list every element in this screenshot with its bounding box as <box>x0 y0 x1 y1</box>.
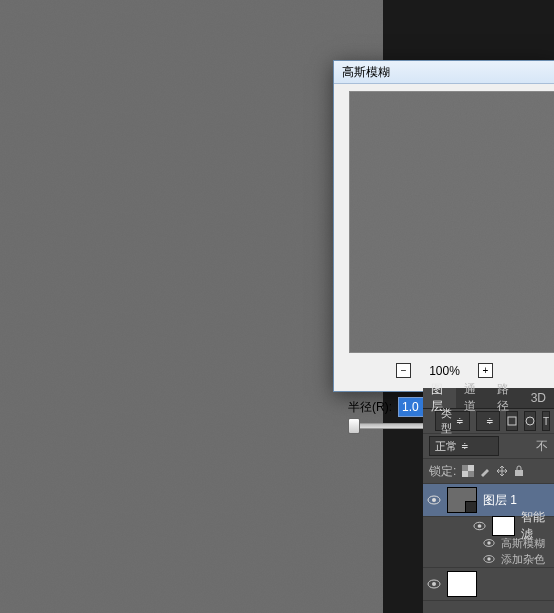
svg-point-16 <box>487 541 490 544</box>
lock-all-icon[interactable] <box>513 465 525 477</box>
smart-filters-label[interactable]: 智能滤 <box>423 517 554 535</box>
layer-name: 图层 1 <box>483 492 517 509</box>
tab-channels[interactable]: 通道 <box>456 388 489 408</box>
filter-mask-thumbnail[interactable] <box>492 516 514 536</box>
zoom-in-button[interactable]: + <box>478 363 493 378</box>
tab-paths[interactable]: 路径 <box>489 388 522 408</box>
effect-gaussian-blur[interactable]: 高斯模糊 <box>423 535 554 551</box>
gaussian-blur-dialog: 高斯模糊 − 100% + 半径(R): 像素 <box>333 60 554 392</box>
visibility-eye-icon[interactable] <box>473 519 486 533</box>
svg-point-18 <box>487 557 490 560</box>
visibility-eye-icon[interactable] <box>427 577 441 591</box>
svg-rect-7 <box>468 471 474 477</box>
lock-row: 锁定: <box>423 459 554 484</box>
layer-2-row[interactable] <box>423 567 554 601</box>
lock-move-icon[interactable] <box>496 465 508 477</box>
visibility-eye-icon[interactable] <box>483 537 495 549</box>
effect-add-noise[interactable]: 添加杂色 <box>423 551 554 567</box>
zoom-out-button[interactable]: − <box>396 363 411 378</box>
filter-pixel-icon[interactable] <box>506 411 518 431</box>
blend-row: 正常≑ 不 <box>423 434 554 459</box>
svg-point-12 <box>432 498 436 502</box>
blend-mode-dropdown[interactable]: 正常≑ <box>429 436 499 456</box>
lock-transparent-icon[interactable] <box>462 465 474 477</box>
svg-rect-9 <box>462 471 468 477</box>
lock-label: 锁定: <box>429 463 456 480</box>
zoom-level: 100% <box>429 364 460 378</box>
filter-adjust-icon[interactable] <box>524 411 536 431</box>
layer-thumbnail[interactable] <box>447 571 477 597</box>
filter-kind-dropdown[interactable]: 类型≑ <box>435 411 470 431</box>
visibility-eye-icon[interactable] <box>427 493 441 507</box>
tab-layers[interactable]: 图层 <box>423 388 456 408</box>
zoom-controls: − 100% + <box>334 363 554 378</box>
lock-paint-icon[interactable] <box>479 465 491 477</box>
svg-point-20 <box>432 582 436 586</box>
svg-point-14 <box>478 524 482 528</box>
svg-rect-10 <box>515 470 523 476</box>
svg-rect-6 <box>462 465 468 471</box>
visibility-eye-icon[interactable] <box>483 553 495 565</box>
dialog-titlebar[interactable]: 高斯模糊 <box>334 61 554 84</box>
dialog-title: 高斯模糊 <box>342 64 390 81</box>
filter-row: 类型≑ ≑ T <box>423 409 554 434</box>
svg-rect-1 <box>350 92 554 352</box>
svg-rect-4 <box>508 417 516 425</box>
svg-rect-8 <box>468 465 474 471</box>
tab-3d[interactable]: 3D <box>523 388 554 408</box>
filter-type-icon[interactable]: T <box>542 411 550 431</box>
opacity-label: 不 <box>536 438 548 455</box>
layers-panel: 图层 通道 路径 3D 类型≑ ≑ T 正常≑ 不 锁定: 图层 1 智能滤 <box>423 388 554 613</box>
canvas-area[interactable] <box>0 0 383 613</box>
svg-point-5 <box>526 417 534 425</box>
radius-slider-thumb[interactable] <box>348 418 360 434</box>
radius-label: 半径(R): <box>348 399 392 416</box>
filter-preview[interactable] <box>349 91 554 353</box>
filter-thumb-dropdown[interactable]: ≑ <box>476 411 500 431</box>
layer-thumbnail[interactable] <box>447 487 477 513</box>
